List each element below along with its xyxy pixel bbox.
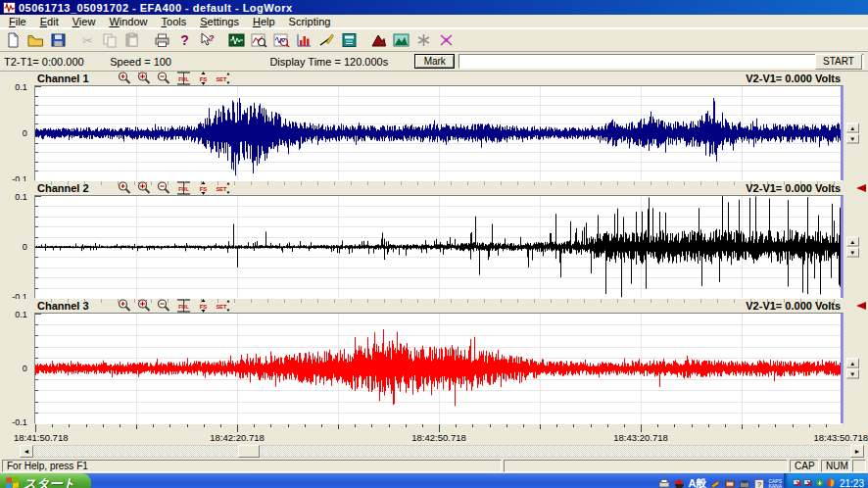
logworx-app-icon (3, 2, 15, 14)
save-icon[interactable] (47, 30, 69, 50)
cut-icon: ✂ (76, 30, 98, 50)
ime-pad-icon[interactable] (724, 478, 736, 488)
scroll-right-button[interactable]: ► (850, 445, 864, 458)
x-tick-strip (35, 299, 843, 303)
control-bar: T2-T1= 0:00.000 Speed = 100 Display Time… (0, 52, 868, 72)
system-tray: 21:23 (784, 473, 868, 488)
scroll-left-button[interactable]: ◄ (20, 445, 33, 458)
channel-1-header: Channel 1FULFSSETV2-V1= 0.000 Volts (0, 72, 868, 85)
spin-down-button[interactable]: ▼ (846, 134, 859, 144)
channel-3-plot[interactable] (34, 313, 844, 424)
scope-waveform-icon[interactable] (225, 30, 247, 50)
mark-input[interactable] (458, 54, 864, 69)
start-button[interactable]: START (815, 54, 862, 70)
svg-text:FUL: FUL (178, 186, 189, 192)
menu-file[interactable]: File (2, 15, 33, 28)
channel-3-header: Channel 3FULFSSETV2-V1= 0.000 Volts (0, 299, 868, 313)
zoom-in-icon[interactable] (117, 73, 133, 85)
channel-1-plot[interactable] (34, 85, 844, 181)
start-menu-button[interactable]: スタート (0, 473, 91, 488)
network-error-2-icon[interactable] (803, 478, 812, 488)
y-tick-label: 0.1 (15, 82, 27, 92)
network-error-icon[interactable] (793, 478, 801, 488)
menu-help[interactable]: Help (246, 15, 282, 28)
offset-spinner: ▲▼ (846, 359, 859, 379)
open-folder-icon[interactable] (24, 30, 46, 50)
print-icon[interactable] (151, 30, 172, 50)
menu-window[interactable]: Window (102, 15, 154, 28)
spin-down-button[interactable]: ▼ (846, 369, 859, 379)
pinwheel-magenta-icon[interactable] (435, 30, 457, 50)
menu-scripting[interactable]: Scripting (282, 15, 338, 28)
scrollbar-track[interactable] (20, 445, 864, 458)
calculator-icon[interactable] (338, 30, 360, 50)
snowflake-grey-icon[interactable] (412, 30, 434, 50)
channel-right-margin: ▲▼ (844, 195, 868, 299)
time-marker-arrow-icon[interactable] (856, 302, 866, 310)
fs-scale-icon[interactable]: FS (195, 73, 212, 85)
toolbar-separator (144, 30, 150, 50)
y-tick-label: 0 (23, 128, 27, 138)
channel-label: Channel 1 (37, 73, 89, 84)
svg-text:FUL: FUL (178, 304, 189, 310)
y-axis-labels: 0.10-0.1 (0, 85, 34, 181)
caps-kana-indicator: CAPSKANA (768, 479, 782, 488)
menu-tools[interactable]: Tools (155, 15, 194, 28)
horizontal-scrollbar[interactable]: ◄ ► (0, 445, 868, 459)
menu-settings[interactable]: Settings (193, 15, 246, 28)
mark-button[interactable]: Mark (414, 54, 455, 69)
v2v1-readout: V2-V1= 0.000 Volts (746, 73, 841, 84)
spin-down-button[interactable]: ▼ (846, 248, 859, 258)
set-scale-icon[interactable]: SET (215, 73, 231, 85)
printer-tool-icon[interactable] (658, 478, 670, 488)
draw-line-icon[interactable] (315, 30, 337, 50)
clock[interactable]: 21:23 (840, 478, 864, 488)
title-bar: 05061713_05091702 - EFA400 - default - L… (0, 0, 868, 15)
spin-up-button[interactable]: ▲ (846, 123, 859, 133)
security-shield-icon[interactable] (826, 478, 835, 488)
ime-mode-label[interactable]: A般 (688, 476, 706, 488)
num-indicator: NUM (821, 460, 850, 472)
svg-text:FUL: FUL (178, 76, 189, 82)
waveform-canvas[interactable] (35, 86, 843, 180)
context-help-icon[interactable]: ? (196, 30, 217, 50)
language-bar: A般 ? CAPSKANA (658, 476, 782, 488)
spin-up-button[interactable]: ▲ (846, 359, 859, 368)
scrollbar-thumb[interactable] (238, 445, 260, 458)
full-scale-icon[interactable]: FUL (175, 73, 192, 85)
zoom-wave-icon[interactable] (270, 30, 292, 50)
svg-text:SET: SET (216, 304, 226, 310)
menu-view[interactable]: View (66, 15, 103, 28)
v2v1-readout: V2-V1= 0.000 Volts (746, 300, 841, 312)
zoom-out-icon[interactable] (156, 73, 172, 85)
status-message: For Help, press F1 (2, 460, 502, 472)
ime-tools-icon[interactable] (739, 478, 750, 488)
new-document-icon[interactable] (2, 30, 24, 50)
x-tick-label: 18:42:50.718 (411, 432, 465, 443)
ime-pencil-icon[interactable] (709, 478, 721, 488)
histogram-icon[interactable] (293, 30, 314, 50)
peaks-teal-icon[interactable] (390, 30, 411, 50)
time-marker-arrow-icon[interactable] (856, 184, 866, 192)
ime-ball-icon[interactable] (673, 478, 685, 488)
waveform-canvas[interactable] (35, 314, 843, 423)
spin-up-button[interactable]: ▲ (846, 237, 859, 247)
peaks-red-icon[interactable] (367, 30, 389, 50)
x-axis: 18:41:50.71818:42:20.71818:42:50.71818:4… (0, 424, 868, 445)
update-green-icon[interactable] (815, 478, 824, 488)
menu-edit[interactable]: Edit (33, 15, 66, 28)
status-mid-pane (504, 460, 788, 472)
about-help-icon[interactable]: ? (173, 30, 195, 50)
zoom-graph-icon[interactable] (248, 30, 269, 50)
ime-help-icon[interactable]: ? (753, 478, 765, 488)
toolbar-separator (361, 30, 366, 50)
caps-indicator: CAP (790, 460, 819, 472)
channel-2-plot[interactable] (34, 195, 844, 299)
svg-text:FS: FS (199, 304, 207, 310)
copy-icon (99, 30, 121, 50)
zoom-window-icon[interactable] (136, 73, 153, 85)
channel-zoom-controls: FULFSSET (117, 73, 231, 85)
waveform-canvas[interactable] (35, 196, 843, 298)
paste-icon (121, 30, 143, 50)
svg-text:SET: SET (216, 186, 226, 192)
